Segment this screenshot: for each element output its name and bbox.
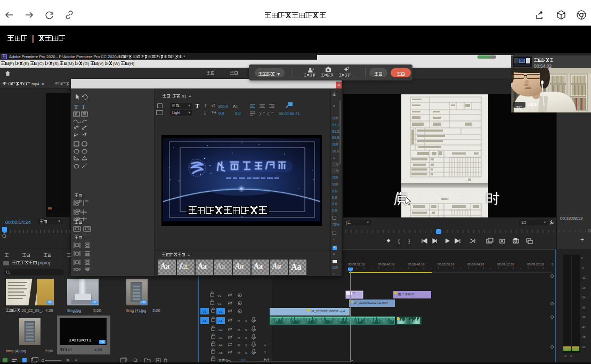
svg-text:2: 2 bbox=[264, 351, 266, 354]
svg-text:主声道: 主声道 bbox=[218, 358, 228, 362]
svg-text:A3: A3 bbox=[218, 336, 223, 339]
svg-text:0: 0 bbox=[552, 263, 554, 266]
svg-text:}: } bbox=[408, 238, 410, 244]
svg-text:S: S bbox=[245, 328, 247, 331]
svg-text:{: { bbox=[398, 238, 400, 244]
svg-text:A2: A2 bbox=[218, 328, 223, 331]
svg-text:M: M bbox=[238, 344, 240, 347]
svg-text:S: S bbox=[245, 351, 247, 354]
svg-text:V3: V3 bbox=[217, 294, 222, 297]
svg-text:00;08;32,16: 00;08;32,16 bbox=[348, 263, 365, 266]
svg-text:S: S bbox=[245, 344, 247, 347]
svg-text:S: S bbox=[245, 336, 247, 339]
svg-text:V1: V1 bbox=[203, 310, 207, 313]
svg-text:LP_20200911192721.mp4: LP_20200911192721.mp4 bbox=[354, 301, 388, 304]
svg-text:00;09;04;18: 00;09;04;18 bbox=[467, 263, 484, 266]
svg-text:A1: A1 bbox=[203, 319, 207, 322]
svg-text:M: M bbox=[238, 328, 240, 331]
svg-text:00;08;48;16: 00;08;48;16 bbox=[408, 263, 425, 266]
svg-text:M: M bbox=[238, 319, 240, 322]
svg-text:LP_20200811190837.mp4: LP_20200811190837.mp4 bbox=[311, 310, 345, 313]
svg-text:2: 2 bbox=[264, 343, 266, 346]
svg-text:00;08;56;16: 00;08;56;16 bbox=[438, 263, 455, 266]
svg-text:T: T bbox=[74, 103, 78, 110]
svg-text:V2: V2 bbox=[217, 302, 222, 305]
svg-text:图 千库网 01: 图 千库网 01 bbox=[398, 293, 415, 296]
svg-text:00;09;20;18: 00;09;20;18 bbox=[527, 263, 544, 266]
svg-text:00;09;12;18: 00;09;12;18 bbox=[497, 263, 514, 266]
svg-text:S: S bbox=[245, 319, 247, 322]
svg-text:A1: A1 bbox=[218, 319, 223, 322]
svg-text:V1: V1 bbox=[218, 310, 223, 313]
svg-text:T: T bbox=[82, 104, 85, 110]
svg-text:M: M bbox=[238, 336, 240, 339]
svg-text:千: 千 bbox=[353, 292, 355, 295]
svg-text:00;08;40;16: 00;08;40;16 bbox=[378, 263, 395, 266]
svg-text:A4: A4 bbox=[218, 344, 223, 347]
svg-text:M: M bbox=[238, 351, 240, 354]
svg-text:A5: A5 bbox=[218, 351, 223, 354]
